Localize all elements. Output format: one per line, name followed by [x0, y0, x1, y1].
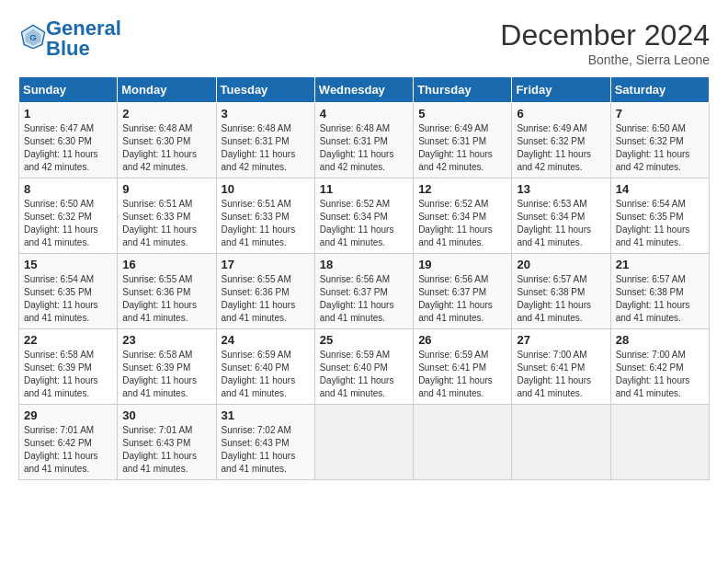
day-info: Sunrise: 6:57 AM Sunset: 6:38 PM Dayligh… [616, 273, 704, 325]
title-section: December 2024 Bonthe, Sierra Leone [500, 18, 710, 67]
day-info: Sunrise: 6:51 AM Sunset: 6:33 PM Dayligh… [122, 198, 210, 249]
calendar-cell: 24Sunrise: 6:59 AM Sunset: 6:40 PM Dayli… [216, 329, 314, 405]
month-title: December 2024 [500, 18, 710, 52]
day-number: 20 [517, 258, 605, 271]
calendar-cell: 18Sunrise: 6:56 AM Sunset: 6:37 PM Dayli… [314, 254, 413, 329]
calendar-cell: 5Sunrise: 6:49 AM Sunset: 6:31 PM Daylig… [414, 103, 512, 178]
day-number: 1 [24, 107, 112, 121]
day-info: Sunrise: 6:52 AM Sunset: 6:34 PM Dayligh… [418, 198, 506, 249]
calendar-cell: 15Sunrise: 6:54 AM Sunset: 6:35 PM Dayli… [19, 254, 118, 329]
day-number: 28 [616, 333, 704, 347]
day-info: Sunrise: 6:47 AM Sunset: 6:30 PM Dayligh… [24, 122, 112, 174]
logo: G General Blue [18, 18, 121, 59]
calendar-cell: 25Sunrise: 6:59 AM Sunset: 6:40 PM Dayli… [314, 329, 413, 405]
week-row-5: 29Sunrise: 7:01 AM Sunset: 6:42 PM Dayli… [19, 405, 710, 480]
calendar-header: SundayMondayTuesdayWednesdayThursdayFrid… [19, 77, 710, 103]
day-info: Sunrise: 6:53 AM Sunset: 6:34 PM Dayligh… [517, 198, 605, 249]
day-info: Sunrise: 6:48 AM Sunset: 6:31 PM Dayligh… [320, 122, 408, 174]
day-number: 16 [122, 258, 210, 271]
day-number: 8 [24, 182, 112, 196]
week-row-4: 22Sunrise: 6:58 AM Sunset: 6:39 PM Dayli… [19, 329, 710, 405]
calendar-cell: 20Sunrise: 6:57 AM Sunset: 6:38 PM Dayli… [512, 254, 610, 329]
calendar-cell: 30Sunrise: 7:01 AM Sunset: 6:43 PM Dayli… [118, 405, 216, 480]
day-info: Sunrise: 7:02 AM Sunset: 6:43 PM Dayligh… [222, 424, 310, 476]
calendar-cell: 28Sunrise: 7:00 AM Sunset: 6:42 PM Dayli… [610, 329, 709, 405]
calendar-cell: 8Sunrise: 6:50 AM Sunset: 6:32 PM Daylig… [19, 178, 118, 254]
day-number: 7 [616, 107, 704, 121]
day-number: 26 [418, 333, 506, 347]
calendar-cell: 2Sunrise: 6:48 AM Sunset: 6:30 PM Daylig… [118, 103, 216, 178]
header-day-monday: Monday [118, 77, 216, 103]
calendar-cell: 17Sunrise: 6:55 AM Sunset: 6:36 PM Dayli… [216, 254, 314, 329]
svg-text:G: G [29, 32, 37, 42]
day-info: Sunrise: 6:50 AM Sunset: 6:32 PM Dayligh… [24, 198, 112, 249]
day-info: Sunrise: 6:58 AM Sunset: 6:39 PM Dayligh… [24, 349, 112, 400]
calendar-cell: 3Sunrise: 6:48 AM Sunset: 6:31 PM Daylig… [216, 103, 314, 178]
day-number: 24 [222, 333, 310, 347]
day-number: 27 [517, 333, 605, 347]
header-day-saturday: Saturday [610, 77, 709, 103]
day-number: 3 [222, 107, 310, 121]
calendar-cell: 29Sunrise: 7:01 AM Sunset: 6:42 PM Dayli… [19, 405, 118, 480]
day-info: Sunrise: 6:51 AM Sunset: 6:33 PM Dayligh… [222, 198, 310, 249]
calendar-body: 1Sunrise: 6:47 AM Sunset: 6:30 PM Daylig… [19, 103, 710, 480]
day-number: 19 [418, 258, 506, 271]
calendar-cell: 4Sunrise: 6:48 AM Sunset: 6:31 PM Daylig… [314, 103, 413, 178]
logo-line2: Blue [46, 37, 90, 60]
calendar-table: SundayMondayTuesdayWednesdayThursdayFrid… [18, 76, 710, 480]
page-header: G General Blue December 2024 Bonthe, Sie… [18, 18, 710, 67]
day-info: Sunrise: 6:54 AM Sunset: 6:35 PM Dayligh… [24, 273, 112, 325]
day-number: 29 [24, 408, 112, 422]
calendar-cell [512, 405, 610, 480]
calendar-cell: 12Sunrise: 6:52 AM Sunset: 6:34 PM Dayli… [414, 178, 512, 254]
calendar-cell: 13Sunrise: 6:53 AM Sunset: 6:34 PM Dayli… [512, 178, 610, 254]
calendar-cell: 1Sunrise: 6:47 AM Sunset: 6:30 PM Daylig… [19, 103, 118, 178]
calendar-cell: 14Sunrise: 6:54 AM Sunset: 6:35 PM Dayli… [610, 178, 709, 254]
day-info: Sunrise: 6:59 AM Sunset: 6:41 PM Dayligh… [418, 349, 506, 400]
day-number: 6 [517, 107, 605, 121]
day-info: Sunrise: 7:00 AM Sunset: 6:42 PM Dayligh… [616, 349, 704, 400]
day-number: 13 [517, 182, 605, 196]
day-number: 22 [24, 333, 112, 347]
calendar-cell: 21Sunrise: 6:57 AM Sunset: 6:38 PM Dayli… [610, 254, 709, 329]
day-info: Sunrise: 7:01 AM Sunset: 6:42 PM Dayligh… [24, 424, 112, 476]
calendar-cell: 27Sunrise: 7:00 AM Sunset: 6:41 PM Dayli… [512, 329, 610, 405]
calendar-cell: 16Sunrise: 6:55 AM Sunset: 6:36 PM Dayli… [118, 254, 216, 329]
day-info: Sunrise: 7:01 AM Sunset: 6:43 PM Dayligh… [122, 424, 210, 476]
day-number: 21 [616, 258, 704, 271]
day-number: 25 [320, 333, 408, 347]
logo-icon: G [20, 24, 46, 50]
day-info: Sunrise: 6:57 AM Sunset: 6:38 PM Dayligh… [517, 273, 605, 325]
day-info: Sunrise: 6:52 AM Sunset: 6:34 PM Dayligh… [320, 198, 408, 249]
day-info: Sunrise: 6:54 AM Sunset: 6:35 PM Dayligh… [616, 198, 704, 249]
day-info: Sunrise: 6:58 AM Sunset: 6:39 PM Dayligh… [122, 349, 210, 400]
day-number: 2 [122, 107, 210, 121]
day-number: 15 [24, 258, 112, 271]
day-info: Sunrise: 6:56 AM Sunset: 6:37 PM Dayligh… [320, 273, 408, 325]
week-row-2: 8Sunrise: 6:50 AM Sunset: 6:32 PM Daylig… [19, 178, 710, 254]
day-number: 17 [222, 258, 310, 271]
calendar-cell [414, 405, 512, 480]
day-number: 31 [222, 408, 310, 422]
day-number: 23 [122, 333, 210, 347]
header-day-wednesday: Wednesday [314, 77, 413, 103]
calendar-cell: 22Sunrise: 6:58 AM Sunset: 6:39 PM Dayli… [19, 329, 118, 405]
day-number: 9 [122, 182, 210, 196]
calendar-cell: 6Sunrise: 6:49 AM Sunset: 6:32 PM Daylig… [512, 103, 610, 178]
day-number: 18 [320, 258, 408, 271]
day-info: Sunrise: 6:55 AM Sunset: 6:36 PM Dayligh… [122, 273, 210, 325]
calendar-cell: 31Sunrise: 7:02 AM Sunset: 6:43 PM Dayli… [216, 405, 314, 480]
day-number: 30 [122, 408, 210, 422]
location-subtitle: Bonthe, Sierra Leone [500, 52, 710, 67]
calendar-cell: 19Sunrise: 6:56 AM Sunset: 6:37 PM Dayli… [414, 254, 512, 329]
header-day-thursday: Thursday [414, 77, 512, 103]
day-number: 12 [418, 182, 506, 196]
day-info: Sunrise: 6:50 AM Sunset: 6:32 PM Dayligh… [616, 122, 704, 174]
week-row-1: 1Sunrise: 6:47 AM Sunset: 6:30 PM Daylig… [19, 103, 710, 178]
week-row-3: 15Sunrise: 6:54 AM Sunset: 6:35 PM Dayli… [19, 254, 710, 329]
day-info: Sunrise: 6:56 AM Sunset: 6:37 PM Dayligh… [418, 273, 506, 325]
calendar-cell: 7Sunrise: 6:50 AM Sunset: 6:32 PM Daylig… [610, 103, 709, 178]
day-number: 5 [418, 107, 506, 121]
calendar-cell [314, 405, 413, 480]
day-info: Sunrise: 6:48 AM Sunset: 6:31 PM Dayligh… [222, 122, 310, 174]
